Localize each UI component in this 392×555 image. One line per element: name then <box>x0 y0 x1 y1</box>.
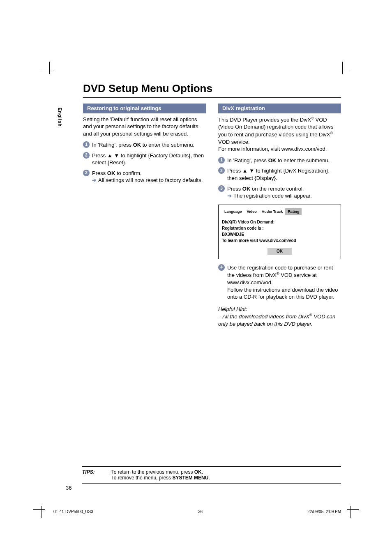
step-1: 1 In 'Rating', press OK to enter the sub… <box>218 157 341 164</box>
result-line: ➜ The registration code will appear. <box>227 192 341 200</box>
text: To return to the previous menu, press <box>111 469 194 475</box>
text: In 'Rating', press <box>227 157 268 164</box>
step-3: 3 Press OK on the remote control. ➜ The … <box>218 185 341 200</box>
text: The registration code will appear. <box>233 192 312 200</box>
text: To remove the menu, press <box>111 475 173 481</box>
step-2: 2 Press ▲ ▼ to highlight {DivX Registrat… <box>218 167 341 182</box>
result-line: ➜ All settings will now reset to factory… <box>92 177 206 184</box>
text: on the remote control. <box>250 186 304 192</box>
menu-line: To learn more visit www.divx.com/vod <box>222 237 337 244</box>
step-text: Press OK to confirm. ➜ All settings will… <box>92 170 206 184</box>
tab-language: Language <box>222 208 244 215</box>
tab-video: Video <box>244 208 259 215</box>
crop-mark <box>334 62 351 78</box>
menu-line: DivX(R) Video On Demand: <box>222 219 337 225</box>
system-menu-label: SYSTEM MENU <box>172 475 208 481</box>
text: Press <box>227 186 242 192</box>
registered-mark: ® <box>277 272 279 276</box>
footer-filename: 01-41-DVP5900_US3 <box>53 509 93 514</box>
text: to enter the submenu. <box>276 157 330 164</box>
osd-menu-illustration: Language Video Audio Track Rating DivX(R… <box>218 205 341 259</box>
page-number: 36 <box>66 485 71 491</box>
step-2: 2 Press ▲ ▼ to highlight {Factory Defaul… <box>83 152 206 166</box>
text: All settings will now reset to factory d… <box>98 177 203 184</box>
text: . <box>208 475 210 481</box>
hint-label: Helpful Hint: <box>218 306 341 313</box>
text: . <box>202 469 203 475</box>
step-text: Press ▲ ▼ to highlight {Factory Defaults… <box>92 152 206 166</box>
step-text: Use the registration code to purchase or… <box>227 264 341 301</box>
tab-rating: Rating <box>285 208 302 215</box>
step-text: Press ▲ ▼ to highlight {DivX Registratio… <box>227 167 341 182</box>
footer-timestamp: 22/09/05, 2:09 PM <box>307 509 341 514</box>
print-footer: 01-41-DVP5900_US3 36 22/09/05, 2:09 PM <box>53 509 341 514</box>
page-title: DVD Setup Menu Options <box>83 82 341 98</box>
registration-code: BX3W4DJE <box>222 231 337 237</box>
step-bullet-2: 2 <box>218 167 225 174</box>
left-column: Restoring to original settings Setting t… <box>83 104 206 328</box>
ok-label: OK <box>194 469 202 475</box>
text: Follow the instructions and download the… <box>227 287 338 300</box>
ok-label: OK <box>107 170 115 176</box>
text: – All the downloaded videos from DivX <box>218 314 309 320</box>
registered-mark: ® <box>330 131 333 135</box>
crop-mark <box>33 502 49 518</box>
menu-body: DivX(R) Video On Demand: Registration co… <box>222 219 337 255</box>
intro-text: This DVD Player provides you the DivX® V… <box>218 116 341 153</box>
step-text: In 'Rating', press OK to enter the subme… <box>92 141 206 149</box>
registered-mark: ® <box>309 313 312 317</box>
ok-label: OK <box>133 142 141 148</box>
text: to enter the submenu. <box>141 142 194 148</box>
registered-mark: ® <box>311 116 314 120</box>
step-text: Press OK on the remote control. ➜ The re… <box>227 185 341 200</box>
step-text: In 'Rating', press OK to enter the subme… <box>227 157 341 164</box>
crop-mark <box>343 502 359 518</box>
crop-mark <box>41 62 58 78</box>
text: to confirm. <box>115 170 141 176</box>
ok-button-illustration: OK <box>267 248 292 255</box>
step-bullet-4: 4 <box>218 264 225 271</box>
ok-label: OK <box>268 157 277 164</box>
right-column: DivX registration This DVD Player provid… <box>218 104 341 328</box>
text: This DVD Player provides you the DivX <box>218 117 311 123</box>
arrow-icon: ➜ <box>92 177 97 184</box>
intro-text: Setting the 'Default' function will rese… <box>83 116 206 138</box>
step-bullet-2: 2 <box>83 152 90 159</box>
text: VOD service. <box>218 139 250 145</box>
step-1: 1 In 'Rating', press OK to enter the sub… <box>83 141 206 149</box>
tab-audio-track: Audio Track <box>259 208 286 215</box>
step-bullet-1: 1 <box>218 157 225 164</box>
section-header-restoring: Restoring to original settings <box>83 104 206 113</box>
footer-page: 36 <box>198 509 203 514</box>
text: For more information, visit www.divx.com… <box>218 146 327 152</box>
arrow-icon: ➜ <box>227 192 232 200</box>
section-header-divx: DivX registration <box>218 104 341 113</box>
step-3: 3 Press OK to confirm. ➜ All settings wi… <box>83 170 206 184</box>
step-bullet-3: 3 <box>218 185 225 192</box>
helpful-hint: Helpful Hint: – All the downloaded video… <box>218 306 341 328</box>
tips-footer: TIPS: To return to the previous menu, pr… <box>82 466 341 484</box>
text: Press <box>92 170 107 176</box>
step-bullet-3: 3 <box>83 170 90 176</box>
text: In 'Rating', press <box>92 142 133 148</box>
tips-label: TIPS: <box>82 469 95 481</box>
menu-line: Registration code is : <box>222 225 337 231</box>
tips-text: To return to the previous menu, press OK… <box>111 469 210 481</box>
menu-tabs: Language Video Audio Track Rating <box>222 208 337 215</box>
ok-label: OK <box>242 186 251 192</box>
step-4: 4 Use the registration code to purchase … <box>218 264 341 301</box>
step-bullet-1: 1 <box>83 141 90 148</box>
